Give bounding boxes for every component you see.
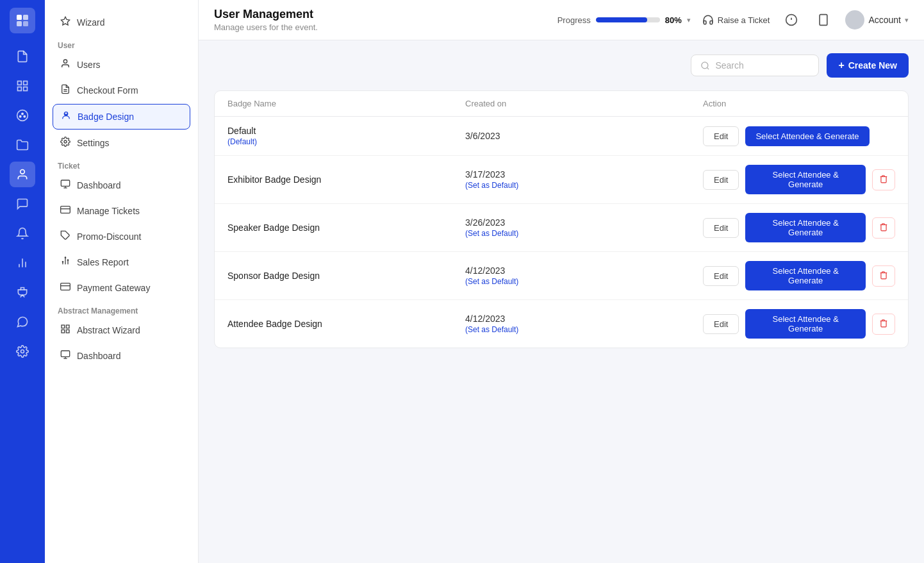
icon-sidebar [0,0,45,563]
raise-ticket-label: Raise a Ticket [718,15,770,25]
delete-button[interactable] [872,169,895,190]
ticket-dashboard-icon [60,179,70,192]
action-cell: Edit Select Attendee & Generate [703,165,895,194]
progress-caret[interactable]: ▾ [687,16,691,24]
settings-icon-nav [60,137,70,149]
set-as-default-link[interactable]: (Set as Default) [465,325,703,334]
account-avatar [845,10,864,29]
left-panel: Wizard User Users Checkout Form Badge De… [45,0,199,563]
badge-name: Speaker Badge Design [227,223,465,233]
generate-button[interactable]: Select Attendee & Generate [745,261,866,290]
table-row: Sponsor Badge Design 4/12/2023 (Set as D… [215,252,908,300]
nav-icon-bell[interactable] [10,221,35,246]
nav-icon-document[interactable] [10,44,35,69]
nav-sales-report[interactable]: Sales Report [53,250,190,274]
sales-report-icon [60,256,70,269]
svg-point-49 [702,62,708,68]
app-logo[interactable] [10,8,35,33]
edit-button[interactable]: Edit [703,266,739,286]
svg-point-16 [21,350,24,353]
page-title: User Management [214,8,318,21]
top-header: User Management Manage users for the eve… [199,0,924,40]
nav-wizard[interactable]: Wizard [53,10,190,35]
nav-checkout-form[interactable]: Checkout Form [53,78,190,103]
nav-ticket-dashboard[interactable]: Dashboard [53,173,190,197]
set-as-default-link[interactable]: (Set as Default) [465,181,703,190]
nav-abstract-dashboard[interactable]: Dashboard [53,344,190,368]
wizard-icon [60,16,70,29]
svg-rect-26 [61,206,70,214]
table-row: Exhibitor Badge Design 3/17/2023 (Set as… [215,156,908,204]
promo-icon [60,230,70,243]
delete-button[interactable] [872,314,895,335]
account-btn[interactable]: Account ▾ [845,10,909,29]
created-date: 4/12/2023 [465,314,703,324]
nav-abstract-wizard[interactable]: Abstract Wizard [53,318,190,342]
nav-icon-chat[interactable] [10,191,35,217]
users-icon [60,58,70,71]
set-as-default-link[interactable]: (Set as Default) [465,277,703,286]
nav-users[interactable]: Users [53,53,190,77]
user-section-label: User [53,36,190,53]
nav-icon-user[interactable] [10,162,35,187]
badge-name: Exhibitor Badge Design [227,174,465,185]
header-left: User Management Manage users for the eve… [214,8,318,32]
nav-payment-gateway[interactable]: Payment Gateway [53,276,190,300]
created-date: 3/17/2023 [465,169,703,180]
col-created-on: Created on [465,99,703,108]
delete-button[interactable] [872,217,895,239]
nav-manage-tickets[interactable]: Manage Tickets [53,199,190,223]
nav-icon-bubble[interactable] [10,309,35,335]
nav-badge-design[interactable]: Badge Design [53,104,190,130]
svg-rect-47 [820,15,828,26]
svg-line-50 [707,67,709,69]
created-on-cell: 4/12/2023 (Set as Default) [465,314,703,334]
nav-checkout-form-label: Checkout Form [77,85,138,96]
info-btn[interactable] [781,10,802,30]
nav-wizard-label: Wizard [77,17,105,28]
create-new-button[interactable]: + Create New [827,53,909,78]
set-as-default-link[interactable]: (Set as Default) [465,229,703,238]
svg-point-11 [24,115,26,117]
nav-icon-gear[interactable] [10,339,35,364]
svg-rect-23 [61,180,69,186]
generate-button[interactable]: Select Attendee & Generate [745,165,866,194]
header-right: Progress 80% ▾ Raise a Ticket Account ▾ [557,10,909,30]
generate-button[interactable]: Select Attendee & Generate [745,126,869,146]
badge-design-icon [61,110,71,123]
payment-gateway-icon [60,282,70,294]
svg-point-22 [64,140,67,143]
action-cell: Edit Select Attendee & Generate [703,309,895,339]
nav-badge-design-label: Badge Design [78,112,134,122]
created-date: 3/26/2023 [465,217,703,228]
nav-settings-label: Settings [77,138,110,148]
edit-button[interactable]: Edit [703,170,739,190]
badge-name-cell: Attendee Badge Design [227,319,465,329]
delete-button[interactable] [872,265,895,287]
badge-name-cell: Exhibitor Badge Design [227,174,465,185]
nav-promo-label: Promo-Discount [77,231,141,242]
generate-button[interactable]: Select Attendee & Generate [745,309,866,339]
badge-table: Badge Name Created on Action Default (De… [214,90,909,348]
nav-icon-folder[interactable] [10,132,35,158]
svg-rect-40 [62,330,65,333]
raise-ticket-btn[interactable]: Raise a Ticket [702,14,770,26]
nav-icon-trophy[interactable] [10,280,35,305]
edit-button[interactable]: Edit [703,218,739,238]
nav-settings[interactable]: Settings [53,131,190,155]
created-on-cell: 3/26/2023 (Set as Default) [465,217,703,238]
mobile-btn[interactable] [813,10,834,30]
nav-promo-discount[interactable]: Promo-Discount [53,224,190,249]
search-box[interactable]: Search [691,55,819,76]
col-badge-name: Badge Name [227,99,465,108]
edit-button[interactable]: Edit [703,126,739,146]
svg-point-12 [21,170,25,174]
nav-icon-chart[interactable] [10,250,35,276]
nav-icon-grid[interactable] [10,73,35,99]
nav-icon-palette[interactable] [10,103,35,128]
edit-button[interactable]: Edit [703,314,739,334]
ticket-section-label: Ticket [53,156,190,173]
badge-name-cell: Default (Default) [227,126,465,146]
col-action: Action [703,99,895,108]
generate-button[interactable]: Select Attendee & Generate [745,213,866,242]
